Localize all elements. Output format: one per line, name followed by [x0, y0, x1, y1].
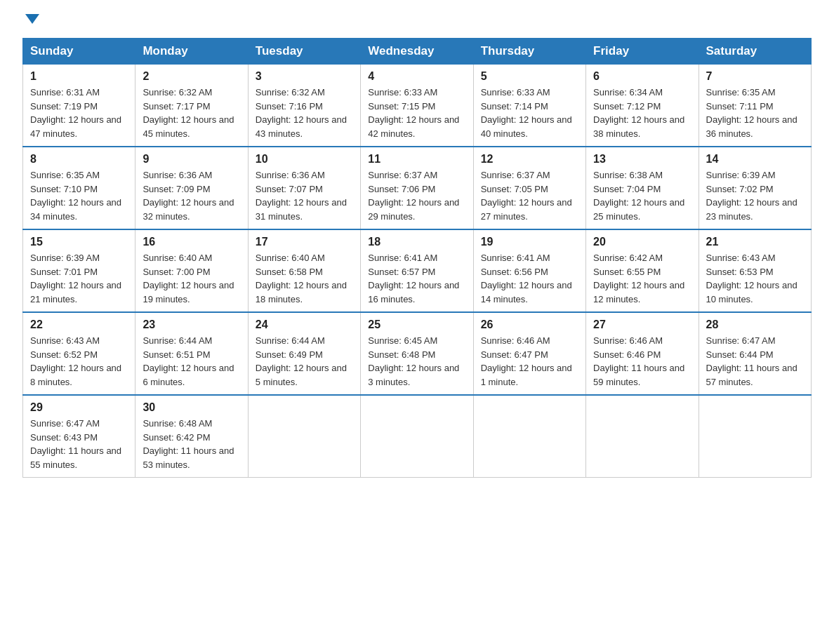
day-info: Sunrise: 6:37 AMSunset: 7:06 PMDaylight:…	[368, 168, 465, 223]
calendar-cell: 2 Sunrise: 6:32 AMSunset: 7:17 PMDayligh…	[135, 65, 248, 147]
day-number: 19	[481, 236, 578, 248]
day-info: Sunrise: 6:40 AMSunset: 7:00 PMDaylight:…	[143, 251, 240, 306]
calendar-cell	[699, 395, 811, 478]
calendar-cell: 30 Sunrise: 6:48 AMSunset: 6:42 PMDaylig…	[135, 395, 248, 478]
day-info: Sunrise: 6:40 AMSunset: 6:58 PMDaylight:…	[256, 251, 353, 306]
day-number: 23	[143, 318, 240, 331]
weekday-header-monday: Monday	[135, 39, 248, 65]
day-number: 18	[368, 236, 465, 248]
calendar-cell: 19 Sunrise: 6:41 AMSunset: 6:56 PMDaylig…	[473, 229, 585, 312]
logo	[22, 17, 39, 27]
day-info: Sunrise: 6:46 AMSunset: 6:46 PMDaylight:…	[593, 334, 691, 389]
day-number: 5	[481, 70, 578, 83]
calendar-cell: 29 Sunrise: 6:47 AMSunset: 6:43 PMDaylig…	[23, 395, 135, 478]
calendar-cell	[361, 395, 473, 478]
day-info: Sunrise: 6:36 AMSunset: 7:07 PMDaylight:…	[256, 168, 353, 223]
calendar-cell: 3 Sunrise: 6:32 AMSunset: 7:16 PMDayligh…	[248, 65, 360, 147]
day-number: 30	[143, 401, 240, 414]
day-info: Sunrise: 6:31 AMSunset: 7:19 PMDaylight:…	[30, 86, 128, 140]
calendar-table: SundayMondayTuesdayWednesdayThursdayFrid…	[22, 38, 812, 478]
calendar-cell: 21 Sunrise: 6:43 AMSunset: 6:53 PMDaylig…	[699, 229, 811, 312]
day-number: 22	[30, 318, 128, 331]
calendar-cell: 5 Sunrise: 6:33 AMSunset: 7:14 PMDayligh…	[473, 65, 585, 147]
day-number: 28	[706, 318, 804, 331]
calendar-cell: 20 Sunrise: 6:42 AMSunset: 6:55 PMDaylig…	[586, 229, 699, 312]
day-number: 20	[593, 236, 691, 248]
day-info: Sunrise: 6:44 AMSunset: 6:49 PMDaylight:…	[256, 334, 353, 389]
day-number: 21	[706, 236, 804, 248]
day-info: Sunrise: 6:34 AMSunset: 7:12 PMDaylight:…	[593, 86, 691, 140]
day-info: Sunrise: 6:41 AMSunset: 6:56 PMDaylight:…	[481, 251, 578, 306]
logo-triangle-icon	[25, 14, 39, 24]
day-info: Sunrise: 6:36 AMSunset: 7:09 PMDaylight:…	[143, 168, 240, 223]
page-header	[22, 17, 812, 27]
day-number: 12	[481, 153, 578, 166]
day-number: 13	[593, 153, 691, 166]
calendar-cell	[248, 395, 360, 478]
day-number: 17	[256, 236, 353, 248]
calendar-cell: 25 Sunrise: 6:45 AMSunset: 6:48 PMDaylig…	[361, 312, 473, 395]
weekday-header-wednesday: Wednesday	[361, 39, 473, 65]
day-info: Sunrise: 6:47 AMSunset: 6:43 PMDaylight:…	[30, 417, 128, 471]
day-info: Sunrise: 6:37 AMSunset: 7:05 PMDaylight:…	[481, 168, 578, 223]
calendar-cell: 23 Sunrise: 6:44 AMSunset: 6:51 PMDaylig…	[135, 312, 248, 395]
calendar-week-row-4: 22 Sunrise: 6:43 AMSunset: 6:52 PMDaylig…	[23, 312, 812, 395]
calendar-week-row-2: 8 Sunrise: 6:35 AMSunset: 7:10 PMDayligh…	[23, 147, 812, 229]
day-number: 15	[30, 236, 128, 248]
weekday-header-saturday: Saturday	[699, 39, 811, 65]
day-info: Sunrise: 6:32 AMSunset: 7:17 PMDaylight:…	[143, 86, 240, 140]
calendar-cell: 26 Sunrise: 6:46 AMSunset: 6:47 PMDaylig…	[473, 312, 585, 395]
day-info: Sunrise: 6:33 AMSunset: 7:15 PMDaylight:…	[368, 86, 465, 140]
calendar-cell: 22 Sunrise: 6:43 AMSunset: 6:52 PMDaylig…	[23, 312, 135, 395]
day-info: Sunrise: 6:47 AMSunset: 6:44 PMDaylight:…	[706, 334, 804, 389]
calendar-cell	[473, 395, 585, 478]
calendar-week-row-5: 29 Sunrise: 6:47 AMSunset: 6:43 PMDaylig…	[23, 395, 812, 478]
weekday-header-friday: Friday	[586, 39, 699, 65]
day-number: 26	[481, 318, 578, 331]
calendar-cell: 7 Sunrise: 6:35 AMSunset: 7:11 PMDayligh…	[699, 65, 811, 147]
day-info: Sunrise: 6:48 AMSunset: 6:42 PMDaylight:…	[143, 417, 240, 471]
day-number: 14	[706, 153, 804, 166]
calendar-cell: 27 Sunrise: 6:46 AMSunset: 6:46 PMDaylig…	[586, 312, 699, 395]
calendar-week-row-3: 15 Sunrise: 6:39 AMSunset: 7:01 PMDaylig…	[23, 229, 812, 312]
day-info: Sunrise: 6:39 AMSunset: 7:02 PMDaylight:…	[706, 168, 804, 223]
day-number: 4	[368, 70, 465, 83]
day-number: 7	[706, 70, 804, 83]
day-number: 8	[30, 153, 128, 166]
day-number: 24	[256, 318, 353, 331]
day-info: Sunrise: 6:44 AMSunset: 6:51 PMDaylight:…	[143, 334, 240, 389]
calendar-cell: 8 Sunrise: 6:35 AMSunset: 7:10 PMDayligh…	[23, 147, 135, 229]
day-number: 29	[30, 401, 128, 414]
day-number: 16	[143, 236, 240, 248]
day-number: 25	[368, 318, 465, 331]
calendar-cell: 1 Sunrise: 6:31 AMSunset: 7:19 PMDayligh…	[23, 65, 135, 147]
calendar-cell: 12 Sunrise: 6:37 AMSunset: 7:05 PMDaylig…	[473, 147, 585, 229]
day-number: 3	[256, 70, 353, 83]
day-info: Sunrise: 6:42 AMSunset: 6:55 PMDaylight:…	[593, 251, 691, 306]
day-info: Sunrise: 6:32 AMSunset: 7:16 PMDaylight:…	[256, 86, 353, 140]
calendar-cell: 13 Sunrise: 6:38 AMSunset: 7:04 PMDaylig…	[586, 147, 699, 229]
day-number: 10	[256, 153, 353, 166]
calendar-cell: 10 Sunrise: 6:36 AMSunset: 7:07 PMDaylig…	[248, 147, 360, 229]
day-number: 1	[30, 70, 128, 83]
calendar-cell: 4 Sunrise: 6:33 AMSunset: 7:15 PMDayligh…	[361, 65, 473, 147]
calendar-cell: 28 Sunrise: 6:47 AMSunset: 6:44 PMDaylig…	[699, 312, 811, 395]
calendar-cell: 24 Sunrise: 6:44 AMSunset: 6:49 PMDaylig…	[248, 312, 360, 395]
weekday-header-sunday: Sunday	[23, 39, 135, 65]
day-info: Sunrise: 6:35 AMSunset: 7:10 PMDaylight:…	[30, 168, 128, 223]
calendar-cell: 15 Sunrise: 6:39 AMSunset: 7:01 PMDaylig…	[23, 229, 135, 312]
day-number: 6	[593, 70, 691, 83]
day-info: Sunrise: 6:46 AMSunset: 6:47 PMDaylight:…	[481, 334, 578, 389]
weekday-header-row: SundayMondayTuesdayWednesdayThursdayFrid…	[23, 39, 812, 65]
calendar-cell: 16 Sunrise: 6:40 AMSunset: 7:00 PMDaylig…	[135, 229, 248, 312]
day-number: 2	[143, 70, 240, 83]
day-number: 9	[143, 153, 240, 166]
calendar-cell: 6 Sunrise: 6:34 AMSunset: 7:12 PMDayligh…	[586, 65, 699, 147]
day-info: Sunrise: 6:38 AMSunset: 7:04 PMDaylight:…	[593, 168, 691, 223]
weekday-header-tuesday: Tuesday	[248, 39, 360, 65]
calendar-cell: 17 Sunrise: 6:40 AMSunset: 6:58 PMDaylig…	[248, 229, 360, 312]
calendar-week-row-1: 1 Sunrise: 6:31 AMSunset: 7:19 PMDayligh…	[23, 65, 812, 147]
day-info: Sunrise: 6:43 AMSunset: 6:52 PMDaylight:…	[30, 334, 128, 389]
calendar-cell: 11 Sunrise: 6:37 AMSunset: 7:06 PMDaylig…	[361, 147, 473, 229]
day-info: Sunrise: 6:35 AMSunset: 7:11 PMDaylight:…	[706, 86, 804, 140]
